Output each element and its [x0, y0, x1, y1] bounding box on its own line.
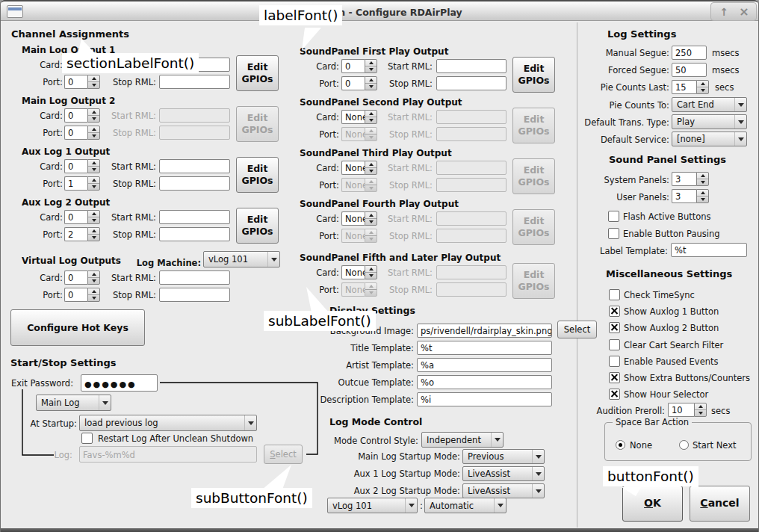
- stop-rml-input[interactable]: [159, 227, 230, 241]
- spin-down-icon[interactable]: [88, 277, 99, 284]
- card-spinbox[interactable]: 0: [64, 270, 100, 285]
- spin-down-icon[interactable]: [88, 234, 99, 241]
- edit-gpios-button[interactable]: Edit GPIOs: [236, 208, 279, 244]
- edit-gpios-button[interactable]: Edit GPIOs: [236, 55, 279, 91]
- spin-down-icon[interactable]: [88, 294, 99, 301]
- port-spinbox[interactable]: 0: [64, 288, 100, 302]
- mode-control-style-combobox[interactable]: Independent: [421, 432, 504, 448]
- card-spinbox[interactable]: 0: [64, 210, 100, 224]
- forced-segue-input[interactable]: 50: [672, 63, 707, 77]
- spin-down-icon[interactable]: [365, 117, 377, 123]
- logmode-row-combobox[interactable]: Previous: [462, 449, 545, 464]
- spin-up-icon[interactable]: [695, 403, 706, 409]
- start-rml-input[interactable]: [159, 270, 230, 285]
- spin-up-icon[interactable]: [365, 161, 377, 167]
- misc-checkbox[interactable]: [609, 306, 620, 317]
- spin-down-icon[interactable]: [365, 167, 377, 174]
- spin-up-icon[interactable]: [697, 173, 708, 179]
- space-bar-start-next-radio[interactable]: [679, 440, 689, 450]
- start-rml-input[interactable]: [159, 159, 230, 173]
- port-spinbox[interactable]: 0: [64, 126, 100, 140]
- spin-up-icon[interactable]: [88, 109, 99, 115]
- misc-checkbox[interactable]: [609, 289, 620, 300]
- default-service-combobox[interactable]: [none]: [672, 132, 747, 146]
- card-spinbox[interactable]: 0: [341, 59, 377, 73]
- user-panels-spinbox[interactable]: 3: [672, 189, 709, 203]
- flash-active-buttons-checkbox[interactable]: [608, 211, 619, 222]
- card-spinbox[interactable]: None: [341, 265, 377, 279]
- spin-down-icon[interactable]: [88, 217, 99, 223]
- titlebar[interactable]: RDAdmin - Configure RDAirPlay ↑ ×: [1, 0, 758, 21]
- restart-log-checkbox[interactable]: [81, 433, 93, 444]
- logmode-row-combobox[interactable]: LiveAssist: [462, 466, 545, 481]
- port-spinbox[interactable]: 0: [64, 75, 100, 89]
- spin-up-icon[interactable]: [365, 266, 377, 272]
- pie-counts-last-spinbox[interactable]: 15: [672, 80, 709, 94]
- spin-up-icon[interactable]: [88, 126, 99, 132]
- spin-down-icon[interactable]: [365, 66, 377, 72]
- spin-down-icon[interactable]: [88, 166, 99, 173]
- spin-up-icon[interactable]: [88, 228, 99, 234]
- misc-checkbox[interactable]: [609, 389, 620, 400]
- spin-down-icon[interactable]: [88, 132, 99, 139]
- spin-down-icon[interactable]: [695, 409, 706, 416]
- enable-button-pausing-checkbox[interactable]: [608, 228, 619, 239]
- port-spinbox[interactable]: 1: [64, 176, 100, 191]
- spin-down-icon[interactable]: [88, 183, 99, 190]
- ok-button[interactable]: OK: [622, 486, 683, 522]
- log-machine-select[interactable]: vLog 101: [203, 251, 280, 267]
- stop-rml-input[interactable]: [436, 76, 506, 90]
- label-template-input[interactable]: %t: [671, 243, 747, 257]
- edit-gpios-button[interactable]: Edit GPIOs: [512, 57, 555, 93]
- port-spinbox[interactable]: 2: [64, 227, 100, 241]
- card-spinbox[interactable]: None: [341, 110, 377, 124]
- spin-up-icon[interactable]: [88, 75, 99, 81]
- stop-rml-input[interactable]: [159, 288, 230, 302]
- display-row-input[interactable]: %a: [417, 358, 552, 372]
- spin-up-icon[interactable]: [88, 160, 99, 166]
- pie-counts-to-combobox[interactable]: Cart End: [672, 97, 747, 112]
- shade-icon[interactable]: ↑: [715, 5, 733, 19]
- misc-checkbox[interactable]: [609, 339, 620, 350]
- spin-up-icon[interactable]: [697, 190, 708, 196]
- display-row-input[interactable]: %i: [417, 392, 552, 406]
- background-image-select-button[interactable]: Select: [557, 321, 597, 338]
- display-row-input[interactable]: %o: [417, 375, 552, 389]
- default-trans-combobox[interactable]: Play: [672, 114, 747, 129]
- spin-down-icon[interactable]: [697, 87, 708, 93]
- logmode-row-combobox[interactable]: LiveAssist: [462, 483, 545, 498]
- spin-up-icon[interactable]: [88, 177, 99, 183]
- start-rml-input[interactable]: [159, 210, 230, 224]
- display-row-input[interactable]: ps/rivendell/rdairplay_skin.png: [417, 324, 552, 338]
- close-icon[interactable]: ×: [735, 5, 753, 19]
- edit-gpios-button[interactable]: Edit GPIOs: [236, 157, 279, 193]
- spin-up-icon[interactable]: [365, 111, 377, 117]
- cancel-button[interactable]: Cancel: [690, 486, 750, 522]
- space-bar-none-radio[interactable]: [616, 440, 625, 450]
- spin-up-icon[interactable]: [365, 77, 377, 83]
- vlog-mode-combobox[interactable]: Automatic: [424, 498, 506, 513]
- log-machine-combobox[interactable]: Main Log: [36, 395, 111, 411]
- card-spinbox[interactable]: 0: [64, 159, 100, 173]
- spin-up-icon[interactable]: [365, 212, 377, 218]
- spin-up-icon[interactable]: [88, 211, 99, 217]
- misc-checkbox[interactable]: [609, 372, 620, 383]
- start-rml-input[interactable]: [436, 59, 506, 73]
- spin-down-icon[interactable]: [88, 115, 99, 122]
- port-spinbox[interactable]: 0: [341, 76, 377, 90]
- configure-hot-keys-button[interactable]: Configure Hot Keys: [10, 309, 145, 346]
- spin-up-icon[interactable]: [88, 288, 99, 294]
- spin-down-icon[interactable]: [88, 81, 99, 88]
- exit-password-input[interactable]: ●●●●●●: [81, 374, 158, 392]
- spin-down-icon[interactable]: [365, 83, 377, 90]
- card-spinbox[interactable]: None: [341, 161, 377, 175]
- audition-preroll-spinbox[interactable]: 10: [668, 403, 707, 417]
- spin-down-icon[interactable]: [697, 196, 708, 202]
- spin-down-icon[interactable]: [365, 218, 377, 225]
- card-spinbox[interactable]: None: [341, 211, 377, 226]
- display-row-input[interactable]: %t: [417, 341, 552, 355]
- card-spinbox[interactable]: 0: [64, 108, 100, 123]
- spin-down-icon[interactable]: [697, 179, 708, 185]
- stop-rml-input[interactable]: [159, 176, 230, 191]
- spin-down-icon[interactable]: [365, 272, 377, 279]
